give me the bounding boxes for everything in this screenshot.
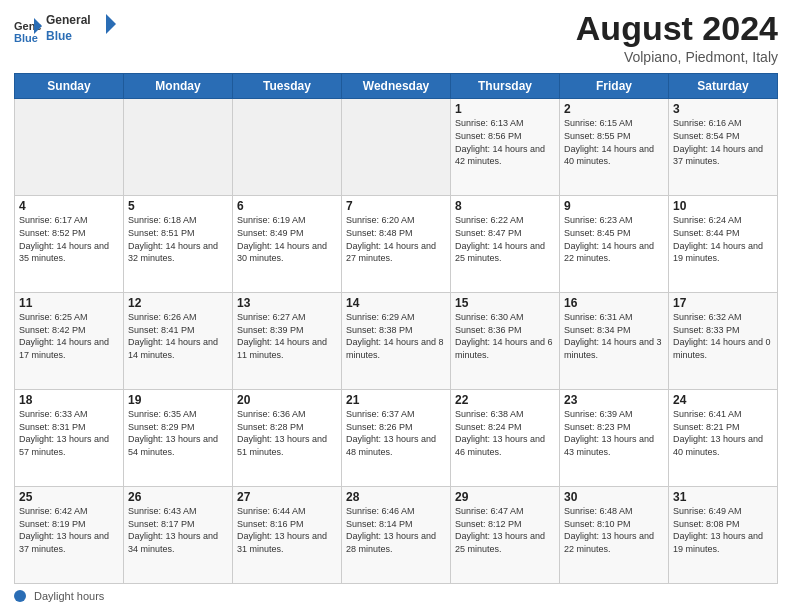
day-number: 23: [564, 393, 664, 407]
day-number: 11: [19, 296, 119, 310]
calendar-table: SundayMondayTuesdayWednesdayThursdayFrid…: [14, 73, 778, 584]
day-info: Sunrise: 6:29 AMSunset: 8:38 PMDaylight:…: [346, 311, 446, 361]
subtitle: Volpiano, Piedmont, Italy: [576, 49, 778, 65]
day-info: Sunrise: 6:24 AMSunset: 8:44 PMDaylight:…: [673, 214, 773, 264]
calendar-cell: 27Sunrise: 6:44 AMSunset: 8:16 PMDayligh…: [233, 487, 342, 584]
day-number: 17: [673, 296, 773, 310]
day-number: 15: [455, 296, 555, 310]
day-number: 1: [455, 102, 555, 116]
calendar-cell: [124, 99, 233, 196]
day-number: 21: [346, 393, 446, 407]
day-number: 9: [564, 199, 664, 213]
day-info: Sunrise: 6:16 AMSunset: 8:54 PMDaylight:…: [673, 117, 773, 167]
day-info: Sunrise: 6:22 AMSunset: 8:47 PMDaylight:…: [455, 214, 555, 264]
calendar-header-friday: Friday: [560, 74, 669, 99]
day-number: 4: [19, 199, 119, 213]
calendar-cell: 2Sunrise: 6:15 AMSunset: 8:55 PMDaylight…: [560, 99, 669, 196]
calendar-cell: 23Sunrise: 6:39 AMSunset: 8:23 PMDayligh…: [560, 390, 669, 487]
calendar-cell: 20Sunrise: 6:36 AMSunset: 8:28 PMDayligh…: [233, 390, 342, 487]
calendar-cell: 6Sunrise: 6:19 AMSunset: 8:49 PMDaylight…: [233, 196, 342, 293]
daylight-label: Daylight hours: [34, 590, 104, 602]
calendar-cell: 5Sunrise: 6:18 AMSunset: 8:51 PMDaylight…: [124, 196, 233, 293]
day-number: 5: [128, 199, 228, 213]
day-number: 28: [346, 490, 446, 504]
day-info: Sunrise: 6:38 AMSunset: 8:24 PMDaylight:…: [455, 408, 555, 458]
calendar-header-wednesday: Wednesday: [342, 74, 451, 99]
day-info: Sunrise: 6:32 AMSunset: 8:33 PMDaylight:…: [673, 311, 773, 361]
svg-text:General: General: [46, 13, 91, 27]
header: General Blue General Blue August 2024 Vo…: [14, 10, 778, 65]
day-number: 25: [19, 490, 119, 504]
day-info: Sunrise: 6:49 AMSunset: 8:08 PMDaylight:…: [673, 505, 773, 555]
day-info: Sunrise: 6:33 AMSunset: 8:31 PMDaylight:…: [19, 408, 119, 458]
day-number: 22: [455, 393, 555, 407]
calendar-cell: 30Sunrise: 6:48 AMSunset: 8:10 PMDayligh…: [560, 487, 669, 584]
day-number: 30: [564, 490, 664, 504]
calendar-cell: 19Sunrise: 6:35 AMSunset: 8:29 PMDayligh…: [124, 390, 233, 487]
day-number: 29: [455, 490, 555, 504]
calendar-week-5: 25Sunrise: 6:42 AMSunset: 8:19 PMDayligh…: [15, 487, 778, 584]
calendar-week-2: 4Sunrise: 6:17 AMSunset: 8:52 PMDaylight…: [15, 196, 778, 293]
day-info: Sunrise: 6:13 AMSunset: 8:56 PMDaylight:…: [455, 117, 555, 167]
calendar-header-sunday: Sunday: [15, 74, 124, 99]
svg-text:Blue: Blue: [46, 29, 72, 43]
day-info: Sunrise: 6:46 AMSunset: 8:14 PMDaylight:…: [346, 505, 446, 555]
day-info: Sunrise: 6:37 AMSunset: 8:26 PMDaylight:…: [346, 408, 446, 458]
logo-text: General Blue: [46, 10, 116, 50]
day-info: Sunrise: 6:36 AMSunset: 8:28 PMDaylight:…: [237, 408, 337, 458]
day-info: Sunrise: 6:42 AMSunset: 8:19 PMDaylight:…: [19, 505, 119, 555]
calendar-cell: 1Sunrise: 6:13 AMSunset: 8:56 PMDaylight…: [451, 99, 560, 196]
day-number: 3: [673, 102, 773, 116]
calendar-week-4: 18Sunrise: 6:33 AMSunset: 8:31 PMDayligh…: [15, 390, 778, 487]
day-number: 26: [128, 490, 228, 504]
logo-icon: General Blue: [14, 16, 42, 44]
day-info: Sunrise: 6:31 AMSunset: 8:34 PMDaylight:…: [564, 311, 664, 361]
day-number: 8: [455, 199, 555, 213]
calendar-cell: [342, 99, 451, 196]
day-info: Sunrise: 6:47 AMSunset: 8:12 PMDaylight:…: [455, 505, 555, 555]
calendar-cell: 13Sunrise: 6:27 AMSunset: 8:39 PMDayligh…: [233, 293, 342, 390]
calendar-cell: 29Sunrise: 6:47 AMSunset: 8:12 PMDayligh…: [451, 487, 560, 584]
day-number: 20: [237, 393, 337, 407]
day-info: Sunrise: 6:48 AMSunset: 8:10 PMDaylight:…: [564, 505, 664, 555]
day-number: 6: [237, 199, 337, 213]
day-info: Sunrise: 6:18 AMSunset: 8:51 PMDaylight:…: [128, 214, 228, 264]
footer: Daylight hours: [14, 590, 778, 602]
calendar-cell: 16Sunrise: 6:31 AMSunset: 8:34 PMDayligh…: [560, 293, 669, 390]
calendar-cell: 12Sunrise: 6:26 AMSunset: 8:41 PMDayligh…: [124, 293, 233, 390]
calendar-cell: [233, 99, 342, 196]
calendar-cell: 9Sunrise: 6:23 AMSunset: 8:45 PMDaylight…: [560, 196, 669, 293]
calendar-week-3: 11Sunrise: 6:25 AMSunset: 8:42 PMDayligh…: [15, 293, 778, 390]
day-info: Sunrise: 6:17 AMSunset: 8:52 PMDaylight:…: [19, 214, 119, 264]
logo: General Blue General Blue: [14, 10, 116, 50]
day-info: Sunrise: 6:44 AMSunset: 8:16 PMDaylight:…: [237, 505, 337, 555]
calendar-cell: 22Sunrise: 6:38 AMSunset: 8:24 PMDayligh…: [451, 390, 560, 487]
day-number: 12: [128, 296, 228, 310]
calendar-cell: 7Sunrise: 6:20 AMSunset: 8:48 PMDaylight…: [342, 196, 451, 293]
calendar-cell: 14Sunrise: 6:29 AMSunset: 8:38 PMDayligh…: [342, 293, 451, 390]
calendar-cell: 11Sunrise: 6:25 AMSunset: 8:42 PMDayligh…: [15, 293, 124, 390]
calendar-cell: 25Sunrise: 6:42 AMSunset: 8:19 PMDayligh…: [15, 487, 124, 584]
day-number: 24: [673, 393, 773, 407]
day-number: 27: [237, 490, 337, 504]
day-number: 14: [346, 296, 446, 310]
day-number: 16: [564, 296, 664, 310]
calendar-cell: 24Sunrise: 6:41 AMSunset: 8:21 PMDayligh…: [669, 390, 778, 487]
day-info: Sunrise: 6:30 AMSunset: 8:36 PMDaylight:…: [455, 311, 555, 361]
day-info: Sunrise: 6:23 AMSunset: 8:45 PMDaylight:…: [564, 214, 664, 264]
svg-text:Blue: Blue: [14, 32, 38, 44]
day-info: Sunrise: 6:26 AMSunset: 8:41 PMDaylight:…: [128, 311, 228, 361]
day-number: 19: [128, 393, 228, 407]
calendar-cell: 18Sunrise: 6:33 AMSunset: 8:31 PMDayligh…: [15, 390, 124, 487]
calendar-cell: [15, 99, 124, 196]
calendar-header-row: SundayMondayTuesdayWednesdayThursdayFrid…: [15, 74, 778, 99]
calendar-cell: 4Sunrise: 6:17 AMSunset: 8:52 PMDaylight…: [15, 196, 124, 293]
day-number: 7: [346, 199, 446, 213]
main-title: August 2024: [576, 10, 778, 47]
calendar-cell: 21Sunrise: 6:37 AMSunset: 8:26 PMDayligh…: [342, 390, 451, 487]
calendar-cell: 17Sunrise: 6:32 AMSunset: 8:33 PMDayligh…: [669, 293, 778, 390]
title-block: August 2024 Volpiano, Piedmont, Italy: [576, 10, 778, 65]
day-info: Sunrise: 6:20 AMSunset: 8:48 PMDaylight:…: [346, 214, 446, 264]
day-number: 18: [19, 393, 119, 407]
calendar-cell: 3Sunrise: 6:16 AMSunset: 8:54 PMDaylight…: [669, 99, 778, 196]
